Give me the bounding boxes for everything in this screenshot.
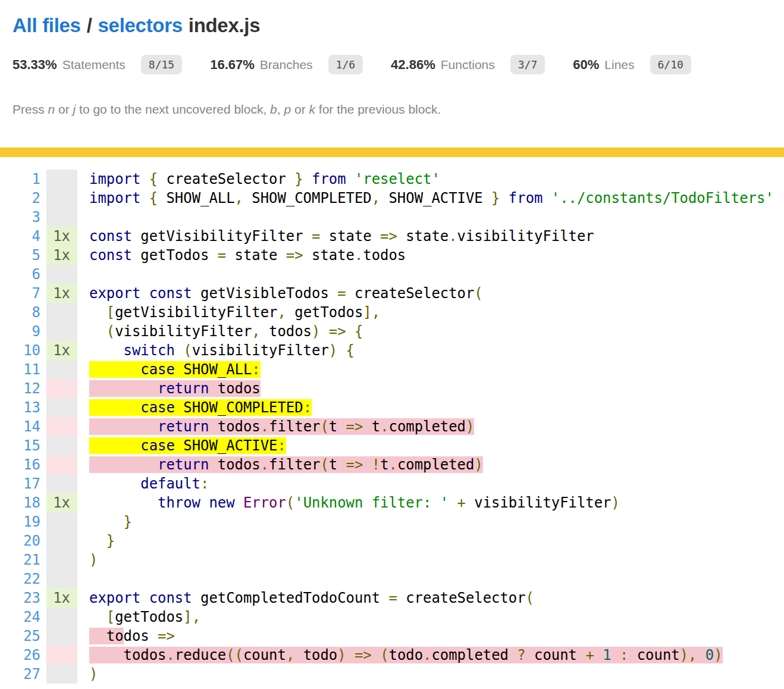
line-number: 2	[0, 189, 40, 208]
token: =	[337, 285, 346, 302]
code-line-22: 22	[0, 569, 784, 588]
metric-fraction-badge: 8/15	[141, 55, 182, 74]
uncovered-statement	[89, 628, 106, 644]
uncovered-statement: (	[320, 456, 328, 473]
token	[89, 513, 124, 530]
code-line-2: 2import { SHOW_ALL, SHOW_COMPLETED, SHOW…	[0, 189, 784, 208]
token: +	[457, 494, 466, 511]
uncovered-statement: =>	[355, 647, 372, 663]
token: state	[226, 247, 286, 264]
uncovered-statement	[363, 456, 371, 473]
token	[89, 323, 106, 340]
line-hit-count	[46, 360, 77, 379]
line-number: 24	[0, 607, 40, 627]
code-text	[77, 265, 784, 284]
line-hit-count	[46, 398, 77, 417]
line-number: 25	[0, 627, 40, 646]
uncovered-statement	[697, 647, 705, 663]
uncovered-statement	[89, 647, 124, 663]
uncovered-statement: filter	[269, 418, 320, 435]
breadcrumb-file-name: index.js	[189, 14, 260, 36]
code-line-27: 27)	[0, 665, 784, 684]
line-hit-count	[46, 436, 77, 455]
token: createSelector	[397, 590, 526, 606]
uncovered-statement	[89, 418, 158, 435]
breadcrumb-all-files-link[interactable]: All files	[12, 14, 81, 36]
token: (	[526, 590, 534, 606]
token: const	[89, 247, 132, 264]
hint-key: k	[309, 102, 315, 116]
token: 'reselect'	[355, 171, 440, 187]
code-text: (visibilityFilter, todos) => {	[77, 322, 784, 341]
code-line-9: 9 (visibilityFilter, todos) => {	[0, 322, 784, 341]
token: throw	[158, 494, 200, 511]
breadcrumb-separator: /	[87, 14, 92, 36]
uncovered-statement: completed	[389, 418, 466, 435]
line-hit-count	[46, 531, 77, 550]
metric-percentage: 60%	[573, 57, 599, 73]
token	[303, 171, 312, 187]
token: createSelector	[346, 285, 475, 302]
token: =>	[380, 228, 397, 245]
line-hit-count	[46, 265, 77, 284]
line-number: 16	[0, 455, 40, 474]
code-text: )	[77, 550, 784, 569]
line-hit-count	[46, 512, 77, 531]
breadcrumb-folder-link[interactable]: selectors	[98, 14, 183, 36]
uncovered-statement: t	[329, 456, 346, 473]
uncovered-statement: )	[466, 418, 474, 435]
hint-text: ,	[277, 102, 284, 116]
uncovered-branch: case	[140, 437, 175, 454]
code-text: default:	[77, 474, 784, 493]
token	[200, 494, 209, 511]
code-line-26: 26 todos.reduce((count, todo) => (todo.c…	[0, 646, 784, 665]
line-hit-count: 1x	[46, 246, 77, 265]
uncovered-branch: :	[252, 361, 260, 378]
token: ],	[183, 609, 200, 625]
token	[140, 171, 149, 187]
token: new	[209, 494, 234, 511]
line-hit-count: 1x	[46, 341, 77, 360]
line-number: 13	[0, 398, 40, 417]
uncovered-branch	[89, 361, 140, 378]
uncovered-statement: =>	[346, 418, 363, 435]
metric-percentage: 16.67%	[210, 57, 255, 73]
code-line-4: 41xconst getVisibilityFilter = state => …	[0, 227, 784, 246]
code-text: import { SHOW_ALL, SHOW_COMPLETED, SHOW_…	[77, 189, 784, 208]
token: )	[611, 494, 619, 511]
token: ],	[363, 304, 380, 321]
token: getVisibleTodos	[192, 285, 338, 302]
hint-text: Press	[12, 102, 48, 116]
code-text: export const getVisibleTodos = createSel…	[77, 284, 784, 303]
token: =>	[158, 628, 175, 644]
token: ,	[235, 190, 243, 206]
line-number: 19	[0, 512, 40, 531]
line-hit-count	[46, 665, 77, 684]
code-line-13: 13 case SHOW_COMPLETED:	[0, 398, 784, 417]
line-hit-count	[46, 569, 77, 588]
uncovered-statement: count	[628, 647, 679, 663]
uncovered-statement: todo	[294, 647, 337, 663]
uncovered-branch	[89, 437, 140, 454]
uncovered-statement: reduce	[175, 647, 226, 663]
token	[235, 494, 243, 511]
token: getTodos	[286, 304, 363, 321]
token: import	[89, 171, 140, 187]
line-number: 10	[0, 341, 40, 360]
uncovered-statement: 0	[705, 647, 714, 663]
token: {	[355, 323, 363, 340]
uncovered-statement: .	[389, 456, 397, 473]
line-hit-count	[46, 322, 77, 341]
line-number: 3	[0, 208, 40, 227]
metric-statements: 53.33%Statements8/15	[12, 55, 182, 74]
line-number: 27	[0, 665, 40, 684]
token: todos	[363, 247, 406, 264]
token: =	[388, 590, 397, 606]
token: }	[294, 171, 303, 187]
line-hit-count	[46, 417, 77, 436]
token: getTodos	[115, 609, 183, 625]
code-text: throw new Error('Unknown filter: ' + vis…	[77, 493, 784, 512]
uncovered-statement: :	[620, 647, 628, 663]
uncovered-branch: SHOW_ALL	[175, 361, 252, 378]
token	[449, 494, 457, 511]
